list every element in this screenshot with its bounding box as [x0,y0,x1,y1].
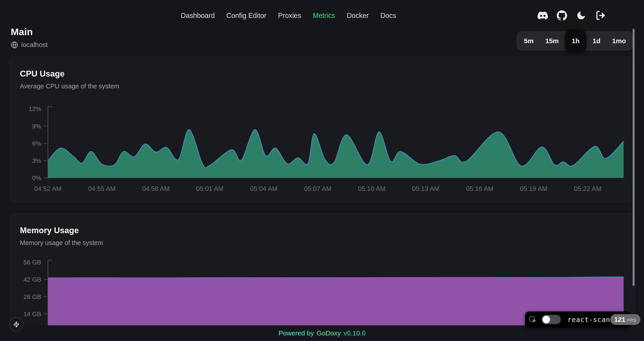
fps-badge: 121 FPS [610,314,640,325]
svg-text:14 GB: 14 GB [24,310,41,317]
nav-dashboard[interactable]: Dashboard [181,12,215,20]
header-icon-group [538,10,606,21]
svg-text:6%: 6% [32,140,41,147]
top-bar: Dashboard Config Editor Proxies Metrics … [0,0,644,27]
logout-icon[interactable] [595,10,606,21]
github-icon[interactable] [557,10,567,21]
host-label: localhost [21,41,48,49]
version-text: v0.10.0 [344,329,366,337]
inspect-element-icon[interactable] [528,315,537,323]
discord-icon[interactable] [538,10,548,21]
godoxy-link[interactable]: GoDoxy [317,329,341,337]
memory-card-title: Memory Usage [20,226,624,235]
svg-text:05:22 AM: 05:22 AM [574,185,602,192]
time-range-1d[interactable]: 1d [587,33,606,49]
react-scan-toolbar: react-scan 121 FPS [525,311,630,327]
svg-text:04:58 AM: 04:58 AM [142,185,170,192]
cpu-usage-card: CPU Usage Average CPU usage of the syste… [10,57,634,202]
time-range-5m[interactable]: 5m [518,33,539,49]
nav-proxies[interactable]: Proxies [278,12,301,20]
page-head: Main localhost 5m 15m 1h 1d 1mo [0,27,644,51]
nav-docs[interactable]: Docs [380,12,396,20]
nav-metrics[interactable]: Metrics [313,12,335,20]
svg-text:04:55 AM: 04:55 AM [88,185,116,192]
svg-text:3%: 3% [32,157,41,164]
svg-text:56 GB: 56 GB [24,259,41,266]
svg-text:05:07 AM: 05:07 AM [304,185,332,192]
svg-text:05:01 AM: 05:01 AM [196,185,224,192]
time-range-15m[interactable]: 15m [540,33,564,49]
nav-docker[interactable]: Docker [347,12,369,20]
svg-text:28 GB: 28 GB [24,293,41,300]
svg-text:05:19 AM: 05:19 AM [520,185,548,192]
zap-icon [13,321,20,328]
svg-text:05:10 AM: 05:10 AM [358,185,386,192]
svg-text:05:13 AM: 05:13 AM [412,185,440,192]
vertical-scrollbar-thumb[interactable] [632,29,634,286]
main-nav: Dashboard Config Editor Proxies Metrics … [181,12,396,20]
svg-text:05:16 AM: 05:16 AM [466,185,494,192]
nav-config-editor[interactable]: Config Editor [226,12,266,20]
svg-text:05:04 AM: 05:04 AM [250,185,278,192]
time-range-picker: 5m 15m 1h 1d 1mo [516,31,633,51]
memory-card-subtitle: Memory usage of the system [20,239,624,247]
svg-text:42 GB: 42 GB [24,276,41,283]
quick-actions-button[interactable] [9,317,24,331]
svg-text:12%: 12% [28,105,41,112]
react-scan-label: react-scan [568,316,610,323]
time-range-1h[interactable]: 1h [565,29,586,53]
react-scan-toggle[interactable] [542,315,561,324]
toggle-knob [542,316,550,323]
page-title: Main [11,27,48,37]
globe-icon [11,41,18,49]
svg-text:04:52 AM: 04:52 AM [34,185,62,192]
time-range-1mo[interactable]: 1mo [607,33,631,49]
fps-value: 121 [614,316,626,323]
dark-mode-moon-icon[interactable] [576,10,586,21]
cpu-card-title: CPU Usage [20,69,624,79]
cpu-card-subtitle: Average CPU usage of the system [20,83,624,90]
footer: Powered by GoDoxy v0.10.0 [0,325,644,341]
fps-unit: FPS [628,318,636,323]
svg-text:9%: 9% [32,123,41,130]
powered-by-text: Powered by [278,329,314,337]
svg-text:0%: 0% [32,175,41,181]
